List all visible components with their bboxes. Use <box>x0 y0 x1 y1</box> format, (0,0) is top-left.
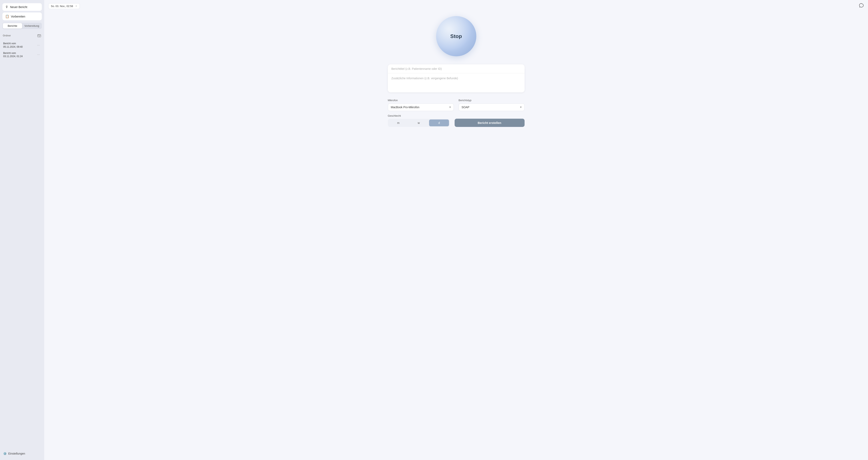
list-item[interactable]: Bericht vom 03.11.2024, 01:24 ··· <box>2 50 42 60</box>
mikrofon-group: Mikrofon MacBook Pro-Mikrofon Internes M… <box>388 99 454 111</box>
add-folder-icon <box>37 34 41 37</box>
berichtstyp-group: Berichtstyp SOAP ANAMN Brief ▼ <box>459 99 525 111</box>
report-item-menu-button[interactable]: ··· <box>36 43 41 47</box>
sidebar-footer: ⚙️ Einstellungen <box>2 450 42 457</box>
berichtstyp-select-wrapper: SOAP ANAMN Brief ▼ <box>459 103 525 111</box>
tab-title: So. 03. Nov., 02:58 <box>51 5 73 8</box>
berichtstyp-select[interactable]: SOAP ANAMN Brief <box>459 103 525 111</box>
additional-info-input[interactable] <box>388 73 525 92</box>
tab-reports[interactable]: Berichte <box>3 23 22 29</box>
create-report-button[interactable]: Bericht erstellen <box>455 119 525 127</box>
report-item-text: Bericht vom 03.11.2024, 01:24 <box>3 52 23 58</box>
report-item-text: Bericht vom 05.11.2024, 09:40 <box>3 42 23 49</box>
new-report-label: Neuer Bericht <box>10 5 27 9</box>
gender-group: Geschlecht m w d <box>388 114 450 127</box>
settings-button[interactable]: ⚙️ Einstellungen <box>2 450 26 457</box>
gender-d-button[interactable]: d <box>429 120 449 126</box>
content-area: Stop Mikrofon MacBook Pro-Mikrofon Inter… <box>44 12 868 460</box>
settings-label: Einstellungen <box>8 452 25 455</box>
prepare-label: Vorbereiten <box>11 15 25 18</box>
new-report-button[interactable]: 🎙 Neuer Bericht <box>2 3 42 11</box>
tab-close-button[interactable]: × <box>74 5 77 7</box>
list-item[interactable]: Bericht vom 05.11.2024, 09:40 ··· <box>2 41 42 50</box>
ordner-header: Ordner <box>2 32 42 38</box>
bottom-row: Geschlecht m w d Bericht erstellen <box>388 114 525 127</box>
tab-preparation[interactable]: Vorbereitung <box>22 23 41 29</box>
prepare-icon: 📋 <box>5 14 9 18</box>
gender-buttons: m w d <box>388 119 450 127</box>
tab-row: Berichte Vorbereitung <box>2 23 42 29</box>
gear-icon: ⚙️ <box>3 452 7 455</box>
stop-button[interactable]: Stop <box>436 16 476 56</box>
report-title-input[interactable] <box>388 64 525 73</box>
gender-w-button[interactable]: w <box>409 120 429 126</box>
sidebar: 🎙 Neuer Bericht 📋 Vorbereiten Berichte V… <box>0 0 44 460</box>
geschlecht-label: Geschlecht <box>388 114 450 117</box>
prepare-button[interactable]: 📋 Vorbereiten <box>2 12 42 20</box>
form-card <box>388 64 525 92</box>
controls-row: Mikrofon MacBook Pro-Mikrofon Internes M… <box>388 99 525 111</box>
chat-icon <box>859 3 864 8</box>
ordner-add-button[interactable] <box>37 33 41 38</box>
report-list: Bericht vom 05.11.2024, 09:40 ··· Berich… <box>2 41 42 59</box>
stop-label: Stop <box>451 33 462 39</box>
microphone-icon: 🎙 <box>5 5 8 9</box>
active-tab: So. 03. Nov., 02:58 × <box>48 3 80 9</box>
top-bar: So. 03. Nov., 02:58 × <box>44 0 868 12</box>
mikrofon-select-wrapper: MacBook Pro-Mikrofon Internes Mikrofon ▼ <box>388 103 454 111</box>
ordner-label: Ordner <box>3 34 11 37</box>
berichtstyp-label: Berichtstyp <box>459 99 525 102</box>
report-item-menu-button[interactable]: ··· <box>36 53 41 57</box>
chat-button[interactable] <box>859 3 864 9</box>
mikrofon-label: Mikrofon <box>388 99 454 102</box>
gender-m-button[interactable]: m <box>389 120 408 126</box>
main-content: So. 03. Nov., 02:58 × Stop Mikrofon <box>44 0 868 460</box>
mikrofon-select[interactable]: MacBook Pro-Mikrofon Internes Mikrofon <box>388 103 454 111</box>
